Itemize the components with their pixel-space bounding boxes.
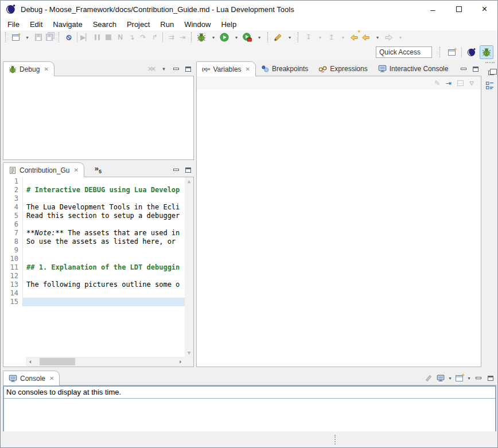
- disconnect-button[interactable]: N: [114, 31, 126, 44]
- hidden-editors-chevron[interactable]: »5: [95, 164, 102, 174]
- tab-debug[interactable]: Debug ✕: [3, 61, 55, 76]
- collapse-all-button[interactable]: —: [454, 77, 466, 89]
- editor-vertical-scrollbar[interactable]: ▲ ▼: [185, 177, 193, 357]
- display-console-dropdown[interactable]: ▾: [446, 372, 453, 384]
- back-button[interactable]: [360, 31, 371, 44]
- editor-line[interactable]: 4The Lua Development Tools in the Ecli: [3, 203, 185, 212]
- editor-line[interactable]: 10: [3, 255, 185, 263]
- step-into-button[interactable]: ↴: [126, 31, 137, 44]
- maximize-debug-view-button[interactable]: [182, 63, 194, 75]
- menu-help[interactable]: Help: [216, 19, 242, 30]
- editor-line[interactable]: 1: [3, 177, 185, 186]
- display-selected-console-button[interactable]: [434, 372, 446, 384]
- save-all-button[interactable]: [44, 31, 56, 44]
- trim-drag-handle[interactable]: [485, 62, 495, 64]
- close-editor-tab-icon[interactable]: ✕: [73, 167, 78, 173]
- maximize-variables-view-button[interactable]: [469, 63, 481, 75]
- menu-window[interactable]: Window: [179, 19, 216, 30]
- new-wizard-dropdown[interactable]: ▾: [21, 31, 33, 44]
- menu-run[interactable]: Run: [155, 19, 179, 30]
- lua-perspective-button[interactable]: [465, 45, 478, 59]
- editor-lines[interactable]: 12# Interactive DEBUG using Lua Develop3…: [3, 177, 185, 357]
- close-variables-tab-icon[interactable]: ✕: [246, 66, 250, 72]
- open-console-dropdown[interactable]: ▾: [465, 372, 472, 384]
- editor-horizontal-scrollbar[interactable]: ‹ ›: [26, 357, 185, 367]
- marker-pen-dropdown[interactable]: ▾: [283, 31, 295, 44]
- forward-button[interactable]: [383, 31, 394, 44]
- debug-view-menu-button[interactable]: ▼: [158, 63, 170, 75]
- editor-line[interactable]: 12: [3, 272, 185, 281]
- minimize-debug-view-button[interactable]: [170, 63, 182, 75]
- editor-line[interactable]: 3: [3, 194, 185, 203]
- scroll-right-arrow[interactable]: ›: [176, 358, 185, 365]
- minimize-window-button[interactable]: –: [420, 1, 446, 18]
- editor-line[interactable]: 13The following pictures outline some o: [3, 281, 185, 289]
- tab-expressions[interactable]: Expressions: [313, 61, 372, 76]
- back-dropdown[interactable]: ▾: [371, 31, 383, 44]
- minimize-variables-view-button[interactable]: [457, 63, 469, 75]
- tab-breakpoints[interactable]: Breakpoints: [256, 61, 313, 76]
- close-console-tab-icon[interactable]: ✕: [49, 375, 54, 381]
- variables-tree-area[interactable]: [197, 89, 481, 367]
- editor-line[interactable]: 2# Interactive DEBUG using Lua Develop: [3, 186, 185, 194]
- pin-console-button[interactable]: [422, 372, 434, 384]
- run-dropdown[interactable]: ▾: [230, 31, 242, 44]
- debug-perspective-button[interactable]: [480, 45, 493, 59]
- next-annotation-dropdown[interactable]: ▾: [314, 31, 325, 44]
- skip-all-breakpoints-button[interactable]: ⊘: [63, 31, 75, 44]
- use-step-filters-button[interactable]: ⇉: [165, 31, 177, 44]
- debug-dropdown[interactable]: ▾: [207, 31, 219, 44]
- external-tools-dropdown[interactable]: ▾: [253, 31, 264, 44]
- new-wizard-button[interactable]: ✦: [10, 31, 21, 44]
- suspend-button[interactable]: [91, 31, 103, 44]
- variables-view-menu-button[interactable]: ▽: [466, 77, 477, 89]
- remove-all-terminated-button[interactable]: ✕✕: [146, 63, 158, 75]
- resume-button[interactable]: ▶▏: [80, 31, 91, 44]
- quick-access-input[interactable]: Quick Access: [376, 46, 432, 58]
- minimize-console-button[interactable]: [472, 372, 484, 384]
- menu-project[interactable]: Project: [122, 19, 155, 30]
- editor-line[interactable]: 5Read this section to setup a debugger: [3, 212, 185, 220]
- editor-content[interactable]: 12# Interactive DEBUG using Lua Develop3…: [3, 177, 194, 367]
- previous-annotation-button[interactable]: ↥: [325, 31, 337, 44]
- tab-contribution-guide[interactable]: Contribution_Gu ✕: [3, 162, 84, 177]
- editor-line[interactable]: 6: [3, 220, 185, 229]
- maximize-console-button[interactable]: [484, 372, 496, 384]
- marker-pen-button[interactable]: [272, 31, 283, 44]
- forward-dropdown[interactable]: ▾: [394, 31, 406, 44]
- editor-line[interactable]: 8So use the assets as listed here, or: [3, 237, 185, 246]
- tab-interactive-console[interactable]: Interactive Console: [373, 61, 454, 76]
- editor-line[interactable]: 15: [3, 298, 185, 306]
- menu-navigate[interactable]: Navigate: [48, 19, 87, 30]
- scrollbar-thumb[interactable]: [40, 358, 75, 365]
- show-logical-structure-button[interactable]: ⇥: [443, 77, 454, 89]
- menu-edit[interactable]: Edit: [25, 19, 48, 30]
- maximize-editor-button[interactable]: [182, 164, 194, 176]
- close-window-button[interactable]: ×: [472, 1, 497, 18]
- open-console-button[interactable]: ✦: [453, 372, 465, 384]
- scroll-up-arrow[interactable]: ▲: [185, 177, 193, 185]
- debug-view-content[interactable]: [3, 76, 194, 160]
- maximize-window-button[interactable]: [446, 1, 472, 18]
- scroll-left-arrow[interactable]: ‹: [26, 358, 35, 365]
- show-detail-pane-button[interactable]: ✎: [431, 77, 443, 89]
- menu-search[interactable]: Search: [88, 19, 122, 30]
- last-edit-location-button[interactable]: ✦: [348, 31, 360, 44]
- tab-variables[interactable]: (x)= Variables ✕: [196, 61, 256, 76]
- editor-line[interactable]: 9: [3, 246, 185, 255]
- step-over-button[interactable]: ↷: [137, 31, 149, 44]
- debug-button[interactable]: [196, 31, 207, 44]
- scrollbar-track[interactable]: [35, 357, 176, 367]
- menu-file[interactable]: File: [2, 19, 25, 30]
- save-button[interactable]: [33, 31, 44, 44]
- outline-view-button[interactable]: [484, 80, 496, 91]
- editor-line[interactable]: 14: [3, 289, 185, 298]
- next-annotation-button[interactable]: ↧: [302, 31, 314, 44]
- step-filter-alt-button[interactable]: ⇥: [177, 31, 188, 44]
- editor-line[interactable]: 11## 1. Explanation of the LDT debuggin: [3, 263, 185, 272]
- terminate-button[interactable]: [103, 31, 114, 44]
- step-return-button[interactable]: ↱: [149, 31, 160, 44]
- status-bar-drag-handle[interactable]: [334, 435, 336, 445]
- editor-line[interactable]: 7**Note:** The assets that are used in: [3, 229, 185, 237]
- restore-views-button[interactable]: [484, 66, 496, 77]
